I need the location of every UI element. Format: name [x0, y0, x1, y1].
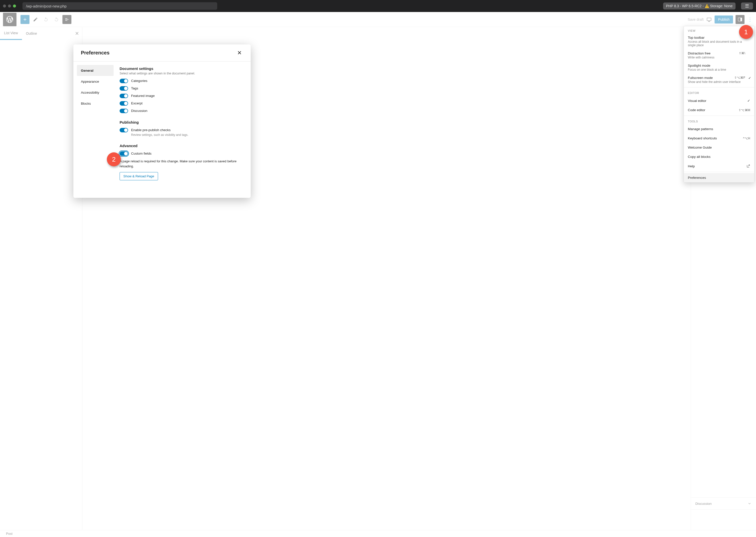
prefs-nav-appearance[interactable]: Appearance — [77, 76, 114, 87]
section-heading-advanced: Advanced — [120, 144, 243, 148]
section-desc-doc-settings: Select what settings are shown in the do… — [120, 72, 243, 75]
toggle-hint-prepublish: Review settings, such as visibility and … — [131, 133, 188, 137]
close-window-dot[interactable] — [3, 5, 6, 8]
toggle-categories[interactable] — [120, 79, 128, 83]
menu-item-spotlight[interactable]: Spotlight mode Focus on one block at a t… — [684, 62, 754, 74]
toggle-label-featured-image: Featured image — [131, 94, 155, 98]
menu-heading-editor: Editor — [684, 88, 754, 96]
section-heading-doc-settings: Document settings — [120, 66, 243, 71]
close-icon[interactable]: ✕ — [236, 49, 243, 57]
menu-item-visual-editor[interactable]: Visual editor ✓ — [684, 96, 754, 105]
menu-item-welcome-guide[interactable]: Welcome Guide — [684, 143, 754, 152]
traffic-lights — [3, 5, 16, 8]
menu-item-copy-all-blocks[interactable]: Copy all blocks — [684, 152, 754, 161]
menu-item-code-editor[interactable]: Code editor ⇧⌥⌘M — [684, 105, 754, 115]
advanced-reload-note: A page reload is required for this chang… — [120, 159, 243, 169]
toggle-featured-image[interactable] — [120, 94, 128, 98]
toggle-excerpt[interactable] — [120, 101, 128, 106]
show-reload-button[interactable]: Show & Reload Page — [120, 172, 158, 180]
minimize-window-dot[interactable] — [8, 5, 11, 8]
prefs-nav-accessibility[interactable]: Accessibility — [77, 87, 114, 98]
prefs-nav-general[interactable]: General — [77, 65, 114, 76]
toggle-prepublish[interactable] — [120, 128, 128, 132]
check-icon: ✓ — [747, 99, 750, 103]
zoom-window-dot[interactable] — [13, 5, 16, 8]
toggle-label-prepublish: Enable pre-publish checks — [131, 128, 188, 132]
toggle-label-custom-fields: Custom fields — [131, 151, 151, 156]
check-icon: ✓ — [748, 76, 751, 80]
annotation-callout-1: 1 — [739, 25, 753, 39]
external-link-icon — [746, 164, 750, 168]
menu-item-fullscreen[interactable]: Fullscreen mode Show and hide the admin … — [684, 74, 754, 86]
toggle-label-excerpt: Excerpt — [131, 101, 142, 106]
options-menu: View Top toolbar Access all block and do… — [684, 26, 754, 183]
modal-title: Preferences — [81, 50, 110, 56]
menu-item-manage-patterns[interactable]: Manage patterns — [684, 124, 754, 134]
warning-icon — [705, 4, 709, 8]
menu-item-preferences[interactable]: Preferences — [684, 173, 754, 182]
menu-heading-tools: Tools — [684, 117, 754, 124]
toggle-label-discussion: Discussion — [131, 109, 147, 113]
prefs-content: Document settings Select what settings a… — [117, 62, 251, 198]
app-root: Save draft Publish ⋮ List View Outline ✕… — [0, 12, 756, 537]
url-text: /wp-admin/post-new.php — [26, 4, 67, 8]
toggle-custom-fields[interactable] — [120, 151, 128, 156]
url-bar[interactable]: /wp-admin/post-new.php — [22, 2, 217, 10]
menu-icon[interactable]: ☰ — [741, 3, 753, 10]
toggle-tags[interactable] — [120, 86, 128, 91]
toggle-discussion[interactable] — [120, 109, 128, 113]
section-heading-publishing: Publishing — [120, 120, 243, 124]
menu-item-keyboard-shortcuts[interactable]: Keyboard shortcuts^⌥H — [684, 134, 754, 143]
toggle-label-categories: Categories — [131, 79, 147, 83]
menu-item-distraction-free[interactable]: Distraction free Write with calmness ⇧⌘\ — [684, 50, 754, 62]
preferences-modal: Preferences ✕ General Appearance Accessi… — [73, 44, 251, 198]
prefs-nav: General Appearance Accessibility Blocks — [73, 62, 117, 198]
annotation-callout-2: 2 — [107, 152, 121, 166]
window-titlebar: /wp-admin/post-new.php PHP 8.3 - WP 6.5-… — [0, 0, 756, 12]
env-badge: PHP 8.3 - WP 6.5-RC2 - Storage: None — [663, 3, 736, 10]
menu-item-help[interactable]: Help — [684, 161, 754, 171]
prefs-nav-blocks[interactable]: Blocks — [77, 98, 114, 109]
toggle-label-tags: Tags — [131, 86, 138, 91]
